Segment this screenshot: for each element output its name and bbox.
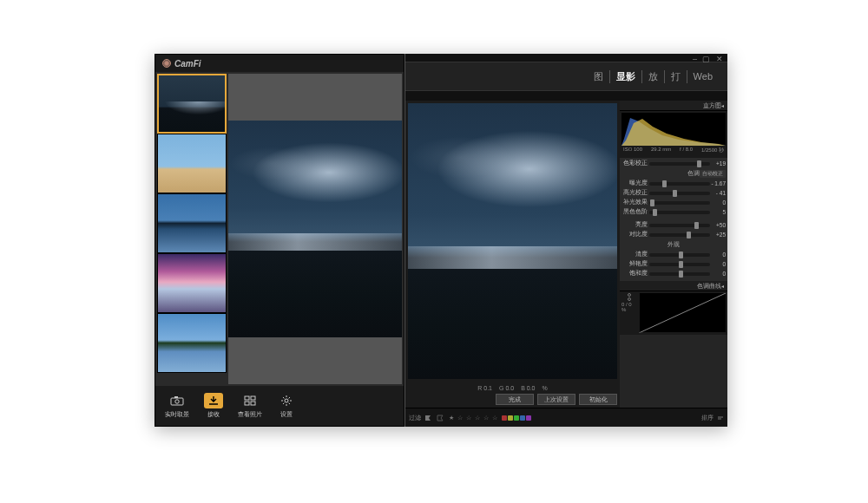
- canvas-status: R 0.1 G 0.0 B 0.0 %: [405, 382, 620, 394]
- liveview-label: 实时取景: [165, 410, 189, 419]
- flag-off-icon[interactable]: [437, 415, 445, 421]
- thumbnail-5[interactable]: [157, 313, 227, 373]
- camfi-titlebar: CamFi: [155, 55, 404, 72]
- tab-print[interactable]: 打: [665, 70, 687, 83]
- download-icon: [204, 393, 223, 408]
- receive-label: 接收: [207, 410, 220, 419]
- slider-contrast[interactable]: 对比度 +25: [621, 230, 726, 239]
- receive-button[interactable]: 接收: [197, 393, 230, 419]
- svg-rect-6: [251, 402, 255, 405]
- svg-rect-5: [245, 402, 249, 405]
- presence-heading: 外观: [667, 241, 680, 249]
- camfi-panel: CamFi 实时取景: [155, 54, 404, 427]
- editor-filmstrip: 过滤 ★ ☆ ☆ ☆ ☆ ☆ 排序: [405, 408, 727, 427]
- filter-label[interactable]: 过滤: [409, 414, 421, 422]
- window-controls[interactable]: – ▢ ✕: [693, 55, 725, 63]
- slider-wb[interactable]: 色彩校正 +19: [621, 159, 726, 168]
- browse-button[interactable]: 查看照片: [233, 393, 266, 419]
- editor-canvas-area: R 0.1 G 0.0 B 0.0 % 完成 上次设置 初始化: [405, 101, 620, 408]
- slider-highlights[interactable]: 高光校正 - 41: [621, 188, 726, 198]
- thumbnail-4[interactable]: [157, 253, 227, 313]
- thumbnail-strip: [155, 72, 228, 386]
- browse-label: 查看照片: [238, 410, 262, 419]
- tab-library[interactable]: 图: [588, 70, 610, 83]
- slider-clarity[interactable]: 清度 0: [621, 250, 726, 259]
- histogram-plot: [621, 113, 726, 146]
- camfi-footer: 实时取景 接收 查看照片 设置: [155, 386, 404, 426]
- basic-panel: 色彩校正 +19 色调 自动校正 曝光度 - 1.67: [620, 158, 727, 281]
- gear-icon: [277, 393, 296, 408]
- camfi-preview-image: [228, 121, 402, 337]
- histo-shutter: 1/2500 秒: [701, 147, 724, 154]
- svg-rect-0: [171, 398, 183, 405]
- camfi-title-text: CamFi: [174, 59, 201, 69]
- rgb-g: G 0.0: [499, 385, 514, 391]
- editor-image[interactable]: [408, 103, 617, 379]
- develop-sidebar: 直方图 ISO 100 29.2 mm f / 8.0 1/2500 秒: [620, 101, 727, 408]
- tab-web[interactable]: Web: [687, 71, 719, 82]
- slider-saturation[interactable]: 饱和度 0: [621, 269, 726, 278]
- tone-heading: 色调: [687, 170, 700, 178]
- liveview-button[interactable]: 实时取景: [161, 393, 194, 419]
- panel-histogram-header[interactable]: 直方图: [620, 101, 727, 111]
- histogram-panel: ISO 100 29.2 mm f / 8.0 1/2500 秒: [620, 111, 727, 158]
- thumbnail-3[interactable]: [157, 193, 227, 253]
- svg-rect-2: [174, 396, 178, 398]
- slider-fill[interactable]: 补光效果 0: [621, 198, 726, 207]
- settings-label: 设置: [280, 410, 293, 419]
- camera-icon: [168, 393, 187, 408]
- sort-icon[interactable]: [717, 415, 724, 421]
- slider-exposure[interactable]: 曝光度 - 1.67: [621, 179, 726, 188]
- rgb-pct: %: [542, 385, 547, 391]
- rgb-b: B 0.0: [521, 385, 535, 391]
- svg-line-8: [639, 293, 726, 333]
- flag-icon[interactable]: [424, 415, 433, 421]
- svg-point-7: [285, 399, 288, 402]
- curve-plot[interactable]: [639, 293, 726, 333]
- tab-slideshow[interactable]: 放: [642, 70, 665, 83]
- tab-develop[interactable]: 显影: [610, 70, 642, 83]
- editor-header: 图 显影 放 打 Web: [405, 54, 727, 101]
- sort-label[interactable]: 排序: [701, 414, 713, 422]
- grid-icon: [240, 393, 260, 408]
- workspace: CamFi 实时取景: [155, 54, 727, 427]
- curve-panel: 0 / 0 %: [620, 291, 727, 335]
- reset-button[interactable]: 初始化: [579, 394, 617, 405]
- slider-vibrance[interactable]: 鲜艳度 0: [621, 259, 726, 269]
- histo-focal: 29.2 mm: [651, 147, 671, 154]
- rgb-r: R 0.1: [477, 385, 492, 391]
- slider-brightness[interactable]: 亮度 +50: [621, 220, 726, 230]
- svg-point-1: [175, 400, 179, 403]
- previous-button[interactable]: 上次设置: [537, 394, 575, 405]
- panel-curve-header[interactable]: 色调曲线: [620, 281, 727, 291]
- slider-blacks[interactable]: 黑色色阶 5: [621, 207, 726, 217]
- done-button[interactable]: 完成: [496, 394, 534, 405]
- histo-iso: ISO 100: [623, 147, 642, 154]
- settings-button[interactable]: 设置: [270, 393, 303, 419]
- thumbnail-2[interactable]: [157, 134, 227, 193]
- editor-panel: – ▢ ✕ 图 显影 放 打 Web R 0.1 G 0.0 B 0.0 %: [404, 54, 727, 427]
- thumbnail-1[interactable]: [157, 74, 227, 134]
- svg-rect-3: [245, 396, 249, 400]
- auto-button[interactable]: 自动校正: [700, 170, 726, 178]
- svg-rect-4: [251, 396, 255, 400]
- curve-controls[interactable]: 0 / 0 %: [621, 293, 637, 333]
- camfi-preview: [228, 74, 402, 384]
- histo-aperture: f / 8.0: [680, 147, 693, 154]
- star-filter[interactable]: ★ ☆ ☆ ☆ ☆ ☆: [449, 415, 498, 421]
- camfi-logo-icon: [162, 59, 171, 68]
- color-labels[interactable]: [502, 415, 531, 421]
